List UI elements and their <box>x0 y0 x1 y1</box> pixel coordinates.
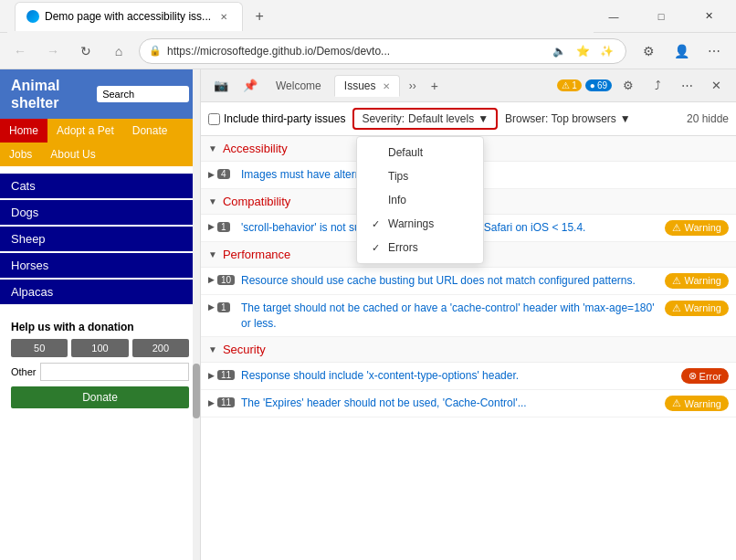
devtools-top-bar: 📷 📌 Welcome Issues ✕ ›› + ⚠ 1 ● 69 ⚙ <box>201 69 736 102</box>
animal-cats[interactable]: Cats <box>0 174 200 198</box>
forward-button[interactable]: → <box>40 38 66 64</box>
lock-icon: 🔒 <box>149 45 162 57</box>
tab-title: Demo page with accessibility iss... <box>45 10 211 23</box>
severity-value: Default levels <box>408 112 474 125</box>
animal-dogs[interactable]: Dogs <box>0 200 200 225</box>
minimize-button[interactable]: — <box>594 3 634 30</box>
expand-arrow-icon: ▶ <box>208 170 215 179</box>
dropdown-item-warnings[interactable]: ✓ Warnings <box>357 212 483 236</box>
reload-button[interactable]: ↻ <box>73 38 99 64</box>
issue-expand-sec1[interactable]: ▶ 11 <box>208 368 236 380</box>
scrollbar-track[interactable] <box>193 69 200 560</box>
section-security[interactable]: ▼ Security <box>201 337 736 363</box>
site-nav: Home Adopt a Pet Donate Jobs About Us <box>0 119 200 166</box>
read-aloud-icon[interactable]: 🔈 <box>549 41 569 61</box>
warning-icon: ⚠ <box>672 397 681 409</box>
expand-count-compat: 1 <box>217 222 230 232</box>
favorite-icon[interactable]: ⭐ <box>573 41 593 61</box>
maximize-button[interactable]: □ <box>641 3 681 30</box>
add-tab-button[interactable]: + <box>426 75 444 97</box>
donation-section: Help us with a donation 50 100 200 Other… <box>0 313 200 416</box>
issue-expand-perf1[interactable]: ▶ 10 <box>208 273 236 285</box>
issue-expand-perf2[interactable]: ▶ 1 <box>208 301 236 312</box>
site-logo: Animal shelter <box>11 77 59 111</box>
expand-arrow-icon: ▶ <box>208 222 215 231</box>
nav-item-home[interactable]: Home <box>0 119 47 143</box>
animal-alpacas[interactable]: Alpacas <box>0 280 200 304</box>
settings-icon[interactable]: ⚙ <box>615 73 641 99</box>
toolbar-right: ⚙ 👤 ⋯ <box>634 37 729 66</box>
accessibility-arrow-icon: ▼ <box>208 143 217 153</box>
issue-text-perf2[interactable]: The target should not be cached or have … <box>241 301 659 332</box>
warning-icon: ⚠ <box>672 302 681 314</box>
severity-dropdown[interactable]: Severity: Default levels ▼ <box>352 108 498 130</box>
tab-close-button[interactable]: ✕ <box>216 9 231 24</box>
close-devtools-button[interactable]: ✕ <box>703 73 729 99</box>
screenshot-icon[interactable]: 📷 <box>208 73 234 99</box>
browser-filter-dropdown[interactable]: Browser: Top browsers ▼ <box>505 112 631 125</box>
expand-count-sec2: 11 <box>217 397 235 407</box>
alert-count: 1 <box>572 80 577 90</box>
profile-icon[interactable]: 👤 <box>667 37 696 66</box>
warning-badge-perf1: ⚠ Warning <box>665 273 729 289</box>
compatibility-label: Compatibility <box>223 195 290 208</box>
donation-title: Help us with a donation <box>11 321 189 333</box>
search-input[interactable] <box>138 89 184 100</box>
amount-50[interactable]: 50 <box>11 339 68 357</box>
more-options-button[interactable]: ⋯ <box>674 73 699 99</box>
expand-count: 4 <box>217 169 230 179</box>
amount-100[interactable]: 100 <box>71 339 128 357</box>
issue-text[interactable]: Images must have alternative text attrib… <box>241 167 729 183</box>
issue-expand-button[interactable]: ▶ 4 <box>208 167 236 179</box>
home-button[interactable]: ⌂ <box>106 38 131 64</box>
settings-icon[interactable]: ⚙ <box>634 37 663 66</box>
url-bar[interactable]: 🔒 https://microsoftedge.github.io/Demos/… <box>139 38 626 64</box>
animal-horses[interactable]: Horses <box>0 253 200 278</box>
dropdown-item-tips[interactable]: Tips <box>357 164 483 188</box>
third-party-checkbox[interactable] <box>208 113 220 125</box>
site-search-box[interactable]: Search <box>97 86 189 102</box>
other-amount-input[interactable] <box>40 363 189 381</box>
tab-welcome[interactable]: Welcome <box>267 76 331 96</box>
hidden-count: 20 hidde <box>687 112 729 125</box>
dropdown-item-info[interactable]: Info <box>357 188 483 212</box>
address-bar: ← → ↻ ⌂ 🔒 https://microsoftedge.github.i… <box>0 33 736 69</box>
nav-item-donate[interactable]: Donate <box>123 119 177 143</box>
new-tab-button[interactable]: + <box>247 4 272 29</box>
tab-issues-close[interactable]: ✕ <box>383 81 390 91</box>
issue-expand-sec2[interactable]: ▶ 11 <box>208 396 236 407</box>
active-tab[interactable]: Demo page with accessibility iss... ✕ <box>15 2 243 31</box>
close-button[interactable]: ✕ <box>689 3 729 30</box>
tab-issues[interactable]: Issues ✕ <box>334 75 400 97</box>
info-badge[interactable]: ● 69 <box>585 79 612 91</box>
dock-icon[interactable]: ⤴ <box>645 73 670 99</box>
donate-button[interactable]: Donate <box>11 386 189 408</box>
search-label: Search <box>102 89 134 100</box>
issue-row-perf-1: ▶ 10 Resource should use cache busting b… <box>201 268 736 295</box>
back-button[interactable]: ← <box>7 38 33 64</box>
donation-amounts: 50 100 200 <box>11 339 189 357</box>
more-menu-button[interactable]: ⋯ <box>699 37 729 66</box>
scrollbar-thumb[interactable] <box>193 364 200 418</box>
inspect-icon[interactable]: 📌 <box>237 73 263 99</box>
issue-text-sec2[interactable]: The 'Expires' header should not be used,… <box>241 396 659 411</box>
nav-item-about[interactable]: About Us <box>41 143 104 166</box>
alert-icon: ⚠ <box>562 80 570 90</box>
third-party-checkbox-label[interactable]: Include third-party issues <box>208 112 345 125</box>
dropdown-item-default[interactable]: Default <box>357 141 483 164</box>
nav-item-adopt[interactable]: Adopt a Pet <box>47 119 123 143</box>
copilot-icon[interactable]: ✨ <box>596 41 616 61</box>
dropdown-item-errors[interactable]: ✓ Errors <box>357 236 483 259</box>
url-action-icons: 🔈 ⭐ ✨ <box>549 41 616 61</box>
issue-text-sec1[interactable]: Response should include 'x-content-type-… <box>241 368 676 384</box>
issue-expand-compat[interactable]: ▶ 1 <box>208 220 236 232</box>
more-tabs-chevron[interactable]: ›› <box>404 76 422 96</box>
issue-text-perf1[interactable]: Resource should use cache busting but UR… <box>241 273 659 289</box>
animal-sheep[interactable]: Sheep <box>0 227 200 251</box>
amount-200[interactable]: 200 <box>132 339 189 357</box>
warning-icon: ⚠ <box>672 275 681 287</box>
site-animals: Cats Dogs Sheep Horses Alpacas <box>0 174 200 306</box>
warning-label: Warning <box>684 302 721 313</box>
alert-badge[interactable]: ⚠ 1 <box>557 79 582 91</box>
nav-item-jobs[interactable]: Jobs <box>0 143 41 166</box>
